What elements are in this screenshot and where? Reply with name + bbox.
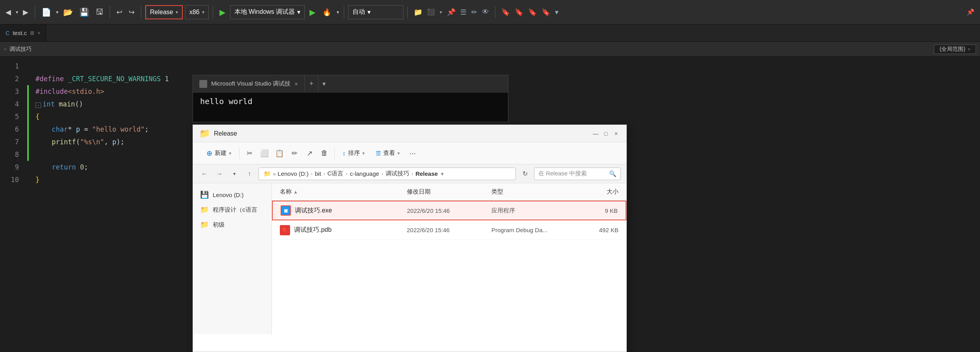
path-part-1[interactable]: Lenovo (D:): [277, 170, 308, 177]
fe-delete-btn[interactable]: 🗑: [317, 146, 332, 161]
console-add-btn[interactable]: +: [305, 75, 319, 92]
file-row-pdb[interactable]: 🔴 调试技巧.pdb 2022/6/20 15:46 Program Debug…: [272, 220, 626, 240]
fe-address-path[interactable]: 📁 » Lenovo (D:) › bit › C语言 › c-language…: [259, 168, 516, 180]
bookmark2[interactable]: 🔖: [513, 6, 525, 18]
gutter-changed-3: [27, 110, 29, 123]
sidebar-item-drive[interactable]: 💾 Lenovo (D:): [193, 187, 272, 202]
fe-addr-dropdown[interactable]: ▾: [229, 168, 240, 180]
run-button[interactable]: ▶: [217, 7, 228, 18]
list-icon[interactable]: ☰: [458, 6, 468, 18]
col-name-header[interactable]: 名称 ▲: [280, 188, 407, 196]
debugger-dropdown[interactable]: 本地 Windows 调试器 ▾: [230, 5, 305, 19]
fe-more-btn[interactable]: ···: [405, 146, 420, 161]
fire-dropdown[interactable]: ▾: [336, 8, 340, 17]
fe-share-btn[interactable]: ↗: [302, 146, 317, 161]
back-button[interactable]: ◀: [3, 6, 13, 18]
new-icon: ⊕: [206, 149, 212, 158]
drive-icon: 💾: [200, 190, 209, 199]
col-date-label: 修改日期: [407, 188, 431, 195]
col-size-header[interactable]: 大小: [576, 188, 626, 196]
release-dropdown[interactable]: Release ▾: [145, 5, 183, 19]
arch-label: x86: [189, 9, 200, 16]
pdb-size: 492 KB: [576, 227, 618, 233]
path-chevron-3: ›: [346, 171, 347, 177]
fe-cut-btn[interactable]: ✂: [242, 146, 257, 161]
dropdown-back[interactable]: ▾: [15, 8, 19, 17]
save-all-btn[interactable]: 🖫: [93, 6, 106, 18]
forward-button[interactable]: ▶: [21, 6, 31, 18]
col-type-header[interactable]: 类型: [491, 188, 576, 196]
scope-right[interactable]: (全局范围) ▾: [934, 45, 976, 54]
fe-refresh-btn[interactable]: ↻: [519, 168, 531, 180]
ln-2: 2: [0, 73, 24, 85]
file-dropdown[interactable]: ▾: [55, 8, 59, 17]
arch-dropdown[interactable]: x86 ▾: [185, 5, 209, 19]
settings-pin[interactable]: 📌: [964, 7, 977, 17]
action-icons: 📁 ⬛ ▾ 📌 ☰ ✏ 👁: [412, 6, 491, 18]
bookmark1[interactable]: 🔖: [499, 6, 512, 18]
path-part-4[interactable]: c-language: [350, 170, 379, 177]
addr-end-chevron[interactable]: ▾: [439, 171, 445, 177]
view-icon[interactable]: 👁: [480, 6, 491, 18]
fe-forward-btn[interactable]: →: [214, 168, 225, 180]
fire-button[interactable]: 🔥: [320, 6, 334, 18]
name-sort-icon: ▲: [293, 189, 298, 195]
console-close-btn[interactable]: ×: [294, 81, 298, 87]
fe-sort-btn[interactable]: ↕ 排序 ▾: [337, 147, 370, 159]
path-part-2[interactable]: bit: [315, 170, 321, 177]
folder-icon-btn[interactable]: 📁: [412, 6, 424, 18]
gutter-changed-5: [27, 136, 29, 148]
layout-icon[interactable]: ⬛: [425, 7, 437, 17]
fe-search-box[interactable]: 在 Release 中搜索 🔍: [534, 168, 621, 180]
fe-close-btn[interactable]: ×: [612, 130, 620, 138]
fe-copy-btn[interactable]: ⬜: [257, 146, 272, 161]
file-row-exe[interactable]: ▣ 调试技巧.exe 2022/6/20 15:46 应用程序 9 KB: [272, 201, 626, 220]
fe-address-bar: ← → ▾ ↑ 📁 » Lenovo (D:) › bit › C语言 › c-…: [193, 164, 626, 183]
release-label: Release: [150, 9, 173, 16]
pin-icon[interactable]: 📌: [445, 6, 457, 18]
fe-rename-btn[interactable]: ✏: [287, 146, 302, 161]
fe-maximize-btn[interactable]: □: [602, 130, 610, 138]
new-file-btn[interactable]: 📄: [39, 6, 54, 19]
scope-left-label: 调试技巧: [9, 46, 32, 53]
console-tab[interactable]: Microsoft Visual Studio 调试技 ×: [193, 75, 305, 92]
fe-up-btn[interactable]: ↑: [244, 168, 255, 180]
bookmark4[interactable]: 🔖: [540, 6, 552, 18]
open-btn[interactable]: 📂: [61, 6, 75, 19]
fe-minimize-btn[interactable]: —: [592, 130, 600, 138]
code-content[interactable]: #define _CRT_SECURE_NO_WARNINGS 1 #inclu…: [32, 57, 193, 352]
bookmark3[interactable]: 🔖: [526, 6, 539, 18]
sidebar-item-basic[interactable]: 📁 初级: [193, 217, 272, 232]
toolbar-dropdown2[interactable]: ▾: [438, 8, 444, 17]
sidebar-item-programs[interactable]: 📁 程序设计（c语言: [193, 202, 272, 217]
console-window: Microsoft Visual Studio 调试技 × + ▾ hello …: [193, 75, 508, 122]
path-chevron-2: ›: [324, 171, 325, 177]
undo-btn[interactable]: ↩: [114, 6, 125, 18]
fe-view-btn[interactable]: ☰ 查看 ▾: [370, 147, 405, 159]
col-date-header[interactable]: 修改日期: [407, 188, 492, 196]
run2-button[interactable]: ▶: [307, 7, 318, 18]
fe-back-btn[interactable]: ←: [199, 168, 210, 180]
bookmark-more[interactable]: ▾: [553, 6, 560, 18]
tab-pin-icon[interactable]: ⊞: [30, 30, 34, 36]
sep5: [344, 6, 344, 18]
scope-right-arrow: ▾: [968, 47, 970, 52]
edit-icon[interactable]: ✏: [469, 6, 479, 18]
fe-new-btn[interactable]: ⊕ 新建 ▾: [201, 147, 237, 160]
tab-close-btn[interactable]: ×: [37, 30, 40, 36]
console-tab-icon: [199, 80, 207, 88]
save-btn[interactable]: 💾: [77, 6, 92, 19]
arch-arrow: ▾: [202, 9, 204, 15]
path-part-3[interactable]: C语言: [328, 170, 344, 177]
redo-btn[interactable]: ↪: [126, 6, 137, 18]
main-toolbar: ◀ ▾ ▶ 📄 ▾ 📂 💾 🖫 ↩ ↪ Release ▾ x86 ▾ ▶ 本地…: [0, 0, 980, 24]
path-sep0: »: [273, 170, 276, 177]
auto-dropdown[interactable]: 自动 ▾: [348, 5, 403, 19]
tab-test-c[interactable]: C test.c ⊞ ×: [0, 24, 46, 41]
fe-paste-btn[interactable]: 📋: [272, 146, 287, 161]
scope-left-arrow[interactable]: ▾: [4, 47, 6, 52]
console-chevron[interactable]: ▾: [319, 75, 330, 92]
path-part-5[interactable]: 调试技巧: [386, 170, 409, 177]
path-part-6[interactable]: Release: [416, 170, 438, 177]
fold-icon[interactable]: -: [36, 102, 41, 108]
